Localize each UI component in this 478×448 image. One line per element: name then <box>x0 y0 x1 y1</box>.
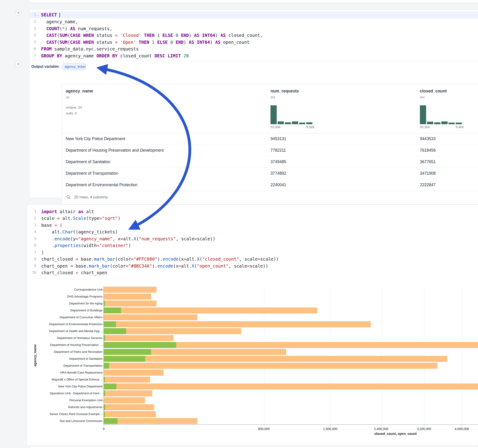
code-line[interactable]: 8chart_closed = base.mark_bar(color="#FF… <box>30 256 478 263</box>
code-token: = <box>54 223 57 228</box>
code-line[interactable]: 6 .properties(width="container") <box>30 242 478 249</box>
code-token: FROM <box>41 46 52 51</box>
code-line[interactable]: 4 alt.Chart(agency_tickets) <box>30 229 478 236</box>
code-line[interactable]: 2scale = alt.Scale(type="sqrt") <box>30 215 478 222</box>
code-token: base. <box>78 256 94 261</box>
code-token <box>155 33 157 38</box>
y-axis-label: Department of Health and Mental Hyg… <box>37 329 102 333</box>
table-row[interactable]: Department of Environmental Protection22… <box>62 179 478 191</box>
x-axis-line <box>104 424 478 425</box>
code-token <box>141 33 144 38</box>
fold-toggle-icon[interactable]: ⌄ <box>36 13 40 16</box>
bar-open <box>104 300 105 306</box>
table-cell: 3749485 <box>270 156 286 168</box>
code-token: ) <box>41 250 44 255</box>
column-meta: nulls: 0 <box>66 111 77 115</box>
line-gutter: 6 <box>30 243 40 248</box>
y-axis-tick <box>102 366 104 366</box>
code-token: "sqrt" <box>102 216 118 221</box>
code-token: = <box>258 256 260 261</box>
y-axis-tick <box>102 338 104 338</box>
code-token: import <box>41 209 57 214</box>
output-variable-chip[interactable]: agency_tickets <box>63 63 86 70</box>
y-axis-tick <box>102 359 104 359</box>
code-text: SELECT <box>41 12 60 18</box>
bar-closed <box>104 418 197 424</box>
x-axis-tick <box>462 425 462 426</box>
code-token: , scale <box>228 263 247 268</box>
code-text: chart_closed = base.mark_bar(color="#FFC… <box>41 256 279 261</box>
code-token <box>81 40 83 45</box>
code-token <box>41 26 46 31</box>
code-token: chart_closed <box>41 256 76 261</box>
code-token: ) <box>118 216 120 221</box>
code-token <box>173 40 176 45</box>
histogram-bar <box>278 121 284 124</box>
code-token: AS <box>220 33 226 38</box>
add-cell-button[interactable]: + <box>15 61 21 67</box>
histogram-bar <box>270 105 277 124</box>
code-line[interactable]: 10chart_closed + chart_open <box>30 269 478 276</box>
code-text: import altair as alt <box>41 209 94 214</box>
line-gutter: 2 <box>30 20 40 24</box>
code-line[interactable]: 9chart_open = base.mark_bar(color="#8BC3… <box>30 262 478 269</box>
code-token: ( <box>67 33 70 38</box>
y-axis-tick <box>102 304 104 304</box>
x-axis-label: 2,400,000 <box>365 427 397 431</box>
column-header: agency_name <box>66 89 93 93</box>
code-token: 'Closed' <box>120 33 141 38</box>
code-token: X <box>133 236 136 241</box>
sql-editor[interactable]: 1⌄SELECT 2 agency_name,3 COUNT(*) AS num… <box>30 12 478 59</box>
bar-closed <box>104 411 156 417</box>
code-token: = <box>126 263 128 268</box>
code-line[interactable]: 1⌄SELECT <box>30 12 478 19</box>
code-token: status <box>94 40 115 45</box>
code-text: base = ( <box>41 223 63 228</box>
code-line[interactable]: 7GROUP BY agency_name ORDER BY closed_co… <box>30 52 478 59</box>
x-axis-title: closed_count, open_count <box>338 432 453 436</box>
python-editor[interactable]: 1import altair as alt2scale = alt.Scale(… <box>27 208 478 276</box>
code-token: status <box>94 33 115 38</box>
table-cell: 9453131 <box>270 133 286 144</box>
line-number: 4 <box>34 33 36 37</box>
line-gutter: 2 <box>30 216 40 220</box>
line-number: 8 <box>34 257 36 261</box>
code-line[interactable]: 5 CAST(SUM(CASE WHEN status = 'Open' THE… <box>30 39 478 46</box>
add-cell-button[interactable]: + <box>15 10 21 16</box>
code-token: mark_bar <box>94 256 115 261</box>
code-token: "container" <box>99 243 128 248</box>
code-line[interactable]: 1import altair as alt <box>30 208 478 215</box>
code-token: SUM <box>59 33 67 38</box>
code-token: . <box>41 236 54 241</box>
code-token: = <box>76 236 78 241</box>
code-line[interactable]: 4 CAST(SUM(CASE WHEN status = 'Closed' T… <box>30 32 478 39</box>
code-token <box>178 33 181 38</box>
code-line[interactable]: 5 .encode(y="agency_name", x=alt.X("num_… <box>30 235 478 242</box>
code-token: SELECT <box>41 12 57 17</box>
y-axis-tick <box>102 311 104 311</box>
table-row[interactable]: Department of Housing Preservation and D… <box>62 145 478 156</box>
code-token <box>41 40 46 45</box>
table-row[interactable]: Department of Sanitation37494853677651 <box>62 156 478 168</box>
fold-toggle-icon[interactable]: ⌄ <box>36 224 40 227</box>
search-icon[interactable] <box>66 195 71 199</box>
table-cell: 3471908 <box>420 168 436 179</box>
table-row[interactable]: New York City Police Department945313194… <box>62 133 478 145</box>
line-number: 1 <box>34 210 36 214</box>
bar-closed <box>104 321 371 327</box>
histogram-bar <box>299 123 305 124</box>
code-token: 0 <box>170 40 173 45</box>
x-axis-label: 0 <box>88 427 120 431</box>
code-token: open_count <box>220 40 250 45</box>
code-line[interactable]: 3⌄base = ( <box>30 222 478 229</box>
code-line[interactable]: 3 COUNT(*) AS num_requests, <box>30 25 478 32</box>
code-line[interactable]: 6FROM sample_data.nyc.service_requests <box>30 46 478 53</box>
table-row[interactable]: Department of Transportation377489234719… <box>62 168 478 179</box>
code-line[interactable]: 2 agency_name, <box>30 19 478 25</box>
code-line[interactable]: 7) <box>30 249 478 256</box>
table-cell: 2240041 <box>270 179 286 191</box>
y-axis-tick <box>102 331 104 331</box>
code-token <box>194 40 197 45</box>
code-token: "open_count" <box>197 263 228 268</box>
code-text: GROUP BY agency_name ORDER BY closed_cou… <box>41 53 189 58</box>
